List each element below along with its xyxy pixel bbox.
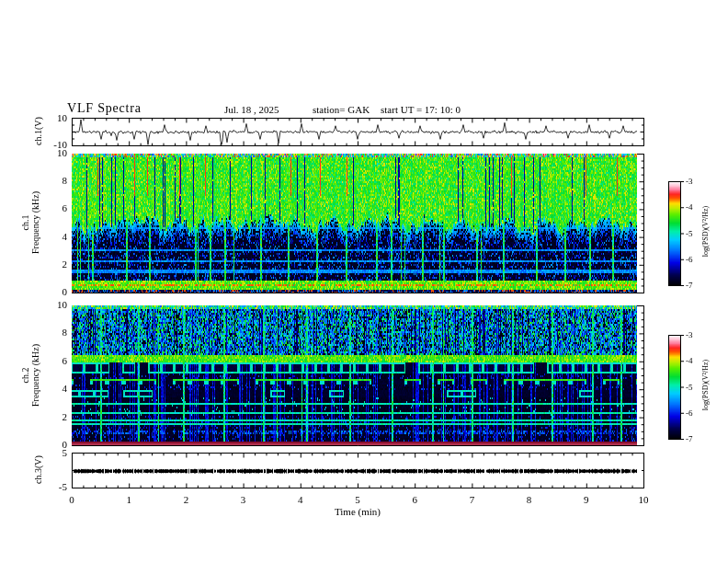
vlf-spectra-page: VLF Spectra Jul. 18 , 2025 station= GAK … [0, 0, 728, 563]
start-ut-label: start UT = 17: 10: 0 [381, 104, 461, 115]
ch1-frequency-axis-label: ch.1 Frequency (kHz) [20, 154, 40, 292]
date-label: Jul. 18 , 2025 [224, 104, 279, 115]
station-label: station= GAK [313, 104, 370, 115]
ch1v-bottom-tick: -10 [37, 139, 67, 150]
colorbar2-label: log(PSD)(V²/Hz) [701, 335, 710, 436]
ch1-frequency-axis-label-line2: Frequency (kHz) [30, 154, 40, 292]
ch2-frequency-axis-label-line1: ch.2 [20, 306, 30, 444]
ch1-frequency-axis-label-line1: ch.1 [20, 154, 30, 292]
colorbar1-label: log(PSD)(V²/Hz) [701, 181, 710, 282]
ch3-voltage-axis-label: ch.3(V) [33, 424, 43, 516]
ch3v-bottom-tick: -5 [37, 481, 67, 492]
page-title: VLF Spectra [67, 101, 142, 116]
ch3v-top-tick: 5 [37, 447, 67, 458]
time-axis-label: Time (min) [302, 506, 413, 517]
spectra-plot-canvas [0, 0, 728, 563]
ch1v-top-tick: 10 [37, 112, 67, 123]
